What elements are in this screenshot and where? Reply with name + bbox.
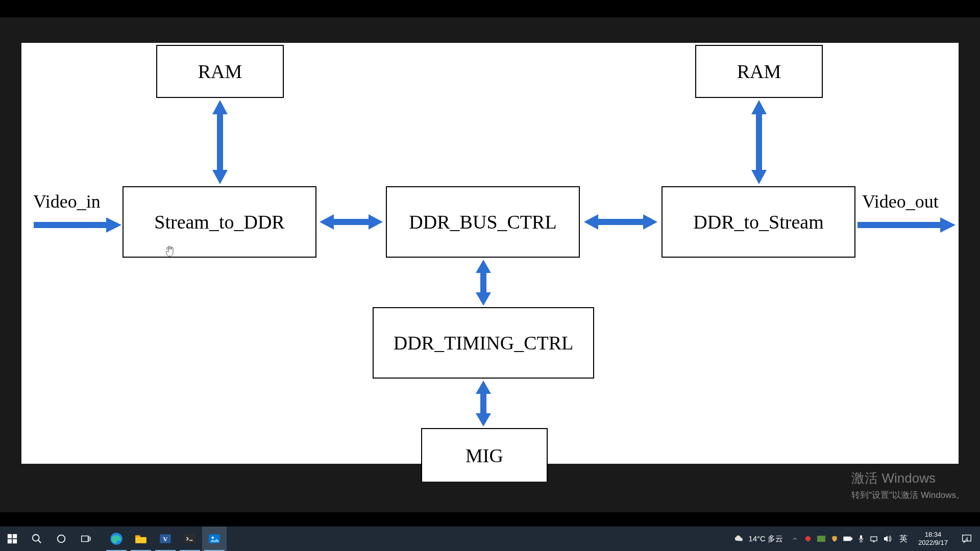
svg-marker-4 bbox=[320, 214, 383, 230]
weather-text: 14°C 多云 bbox=[748, 534, 783, 544]
block-ddr-bus-ctrl-label: DDR_BUS_CTRL bbox=[409, 211, 556, 233]
app-edge[interactable] bbox=[104, 527, 129, 551]
block-ddr-timing-ctrl-label: DDR_TIMING_CTRL bbox=[394, 332, 574, 354]
tray-network-icon[interactable] bbox=[868, 527, 881, 551]
search-button[interactable] bbox=[24, 527, 49, 551]
block-ram-right: RAM bbox=[695, 45, 823, 98]
block-stream-to-ddr-label: Stream_to_DDR bbox=[154, 211, 284, 233]
svg-marker-35 bbox=[884, 536, 888, 542]
taskbar-right: 14°C 多云 英 18:34 bbox=[729, 527, 980, 551]
tray-volume-icon[interactable] bbox=[881, 527, 894, 551]
svg-rect-31 bbox=[860, 535, 862, 539]
block-ddr-timing-ctrl: DDR_TIMING_CTRL bbox=[373, 307, 594, 379]
weather-widget[interactable]: 14°C 多云 bbox=[729, 527, 788, 551]
photo-viewer-stage: RAM RAM Stream_to_DDR DDR_BUS_CTRL DDR_t… bbox=[0, 17, 980, 512]
arrow-stream-bus bbox=[320, 213, 383, 231]
weather-icon bbox=[734, 533, 745, 544]
taskbar-left: V bbox=[0, 527, 227, 551]
block-stream-to-ddr: Stream_to_DDR bbox=[122, 186, 316, 258]
svg-text:V: V bbox=[163, 535, 168, 543]
cortana-button[interactable] bbox=[49, 527, 74, 551]
svg-line-13 bbox=[38, 540, 41, 543]
svg-rect-8 bbox=[8, 534, 12, 538]
diagram-canvas: RAM RAM Stream_to_DDR DDR_BUS_CTRL DDR_t… bbox=[21, 43, 959, 464]
start-button[interactable] bbox=[0, 527, 24, 551]
label-video-out: Video_out bbox=[862, 191, 939, 212]
arrow-ram-stream bbox=[211, 100, 229, 184]
svg-rect-10 bbox=[8, 539, 12, 543]
tray-red-dot-icon[interactable] bbox=[801, 527, 815, 551]
label-video-in: Video_in bbox=[33, 191, 101, 212]
app-file-explorer[interactable] bbox=[129, 527, 153, 551]
clock-time: 18:34 bbox=[925, 531, 942, 539]
tray-battery-icon[interactable] bbox=[841, 527, 854, 551]
windows-activation-watermark: 激活 Windows 转到"设置"以激活 Windows。 bbox=[851, 469, 965, 501]
clock-date: 2022/9/17 bbox=[918, 539, 948, 547]
svg-rect-11 bbox=[13, 539, 17, 543]
tray-chevron-up-icon[interactable] bbox=[788, 527, 801, 551]
block-ddr-bus-ctrl: DDR_BUS_CTRL bbox=[386, 186, 580, 258]
watermark-line2: 转到"设置"以激活 Windows。 bbox=[851, 489, 965, 501]
svg-point-14 bbox=[58, 535, 65, 543]
block-ram-left: RAM bbox=[156, 45, 284, 98]
block-mig: MIG bbox=[421, 428, 548, 482]
watermark-line1: 激活 Windows bbox=[851, 469, 965, 487]
app-photos[interactable] bbox=[202, 527, 227, 551]
block-mig-label: MIG bbox=[465, 444, 503, 467]
svg-rect-27 bbox=[817, 536, 825, 542]
svg-rect-30 bbox=[844, 538, 850, 540]
svg-rect-15 bbox=[82, 536, 88, 542]
tray-security-icon[interactable] bbox=[828, 527, 841, 551]
block-ram-left-label: RAM bbox=[198, 60, 242, 83]
svg-marker-5 bbox=[584, 214, 657, 230]
svg-point-12 bbox=[33, 535, 39, 541]
svg-marker-3 bbox=[857, 217, 955, 233]
svg-marker-6 bbox=[476, 260, 491, 306]
svg-point-24 bbox=[212, 537, 214, 539]
taskbar-clock[interactable]: 18:34 2022/9/17 bbox=[913, 527, 953, 551]
svg-rect-19 bbox=[135, 536, 140, 537]
arrow-timing-mig bbox=[475, 381, 492, 427]
svg-rect-29 bbox=[851, 538, 852, 540]
notification-count: 4 bbox=[965, 537, 968, 542]
block-ddr-to-stream: DDR_to_Stream bbox=[662, 186, 855, 258]
task-view-button[interactable] bbox=[74, 527, 98, 551]
arrow-bus-timing bbox=[475, 260, 492, 306]
arrow-video-in bbox=[34, 216, 121, 234]
arrow-ram-stream2 bbox=[750, 100, 768, 184]
app-visio[interactable]: V bbox=[153, 527, 178, 551]
tray-nvidia-icon[interactable] bbox=[815, 527, 828, 551]
arrow-bus-stream2 bbox=[584, 213, 657, 231]
svg-rect-22 bbox=[184, 534, 195, 543]
arrow-video-out bbox=[857, 216, 955, 234]
block-ram-right-label: RAM bbox=[737, 60, 781, 83]
svg-rect-32 bbox=[871, 537, 877, 541]
tray-mic-icon[interactable] bbox=[854, 527, 868, 551]
svg-marker-7 bbox=[476, 381, 491, 427]
action-center-button[interactable]: 4 bbox=[953, 527, 980, 551]
ime-text: 英 bbox=[899, 534, 908, 544]
svg-point-26 bbox=[805, 536, 811, 541]
app-terminal[interactable] bbox=[178, 527, 202, 551]
svg-marker-2 bbox=[34, 217, 121, 233]
ime-indicator[interactable]: 英 bbox=[894, 527, 913, 551]
svg-rect-9 bbox=[13, 534, 17, 538]
taskbar: V 14°C 多云 bbox=[0, 527, 980, 551]
svg-marker-0 bbox=[212, 100, 228, 184]
svg-marker-1 bbox=[751, 100, 767, 184]
block-ddr-to-stream-label: DDR_to_Stream bbox=[693, 211, 823, 233]
